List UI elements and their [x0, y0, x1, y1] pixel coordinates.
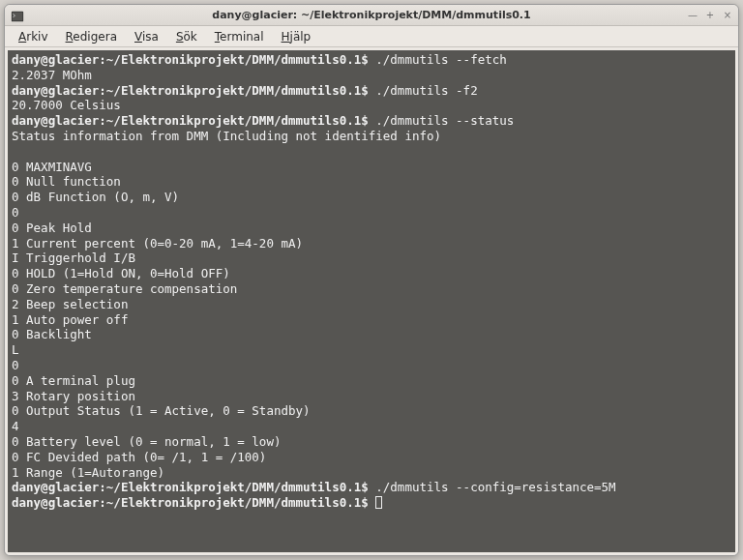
terminal[interactable]: dany@glacier:~/Elektronikprojekt/DMM/dmm…: [8, 50, 735, 552]
output-line: 0 Backlight: [12, 327, 92, 341]
command: ./dmmutils --status: [375, 113, 514, 128]
prompt: dany@glacier:~/Elektronikprojekt/DMM/dmm…: [12, 480, 375, 494]
menu-terminal[interactable]: Terminal: [207, 28, 272, 45]
output-line: 3 Rotary position: [12, 389, 135, 403]
menu-redigera[interactable]: Redigera: [58, 28, 125, 45]
menu-arkiv[interactable]: Arkiv: [11, 28, 56, 45]
output-line: 4: [12, 419, 19, 433]
app-icon: [11, 9, 24, 22]
command: ./dmmutils -f2: [375, 83, 477, 98]
menu-visa[interactable]: Visa: [127, 28, 166, 45]
output-line: 1 Auto power off: [12, 312, 128, 327]
window-controls: — + ×: [686, 8, 734, 21]
window-title: dany@glacier: ~/Elektronikprojekt/DMM/dm…: [212, 9, 530, 21]
titlebar[interactable]: dany@glacier: ~/Elektronikprojekt/DMM/dm…: [5, 5, 738, 26]
prompt: dany@glacier:~/Elektronikprojekt/DMM/dmm…: [12, 495, 375, 510]
prompt: dany@glacier:~/Elektronikprojekt/DMM/dmm…: [12, 52, 375, 67]
output-line: 0 Battery level (0 = normal, 1 = low): [12, 434, 281, 449]
output-line: 0 Peak Hold: [12, 221, 92, 235]
output-line: 0 Zero temperature compensation: [12, 281, 237, 296]
terminal-window: dany@glacier: ~/Elektronikprojekt/DMM/dm…: [4, 4, 739, 556]
output-line: 0 Output Status (1 = Active, 0 = Standby…: [12, 403, 311, 418]
output-line: 0: [12, 358, 19, 372]
menu-hjalp[interactable]: Hjälp: [274, 28, 319, 45]
cursor: [375, 496, 382, 509]
output-line: 2.2037 MOhm: [12, 68, 92, 82]
close-button[interactable]: ×: [721, 8, 734, 21]
menubar: Arkiv Redigera Visa Sök Terminal Hjälp: [5, 26, 738, 47]
output-line: 0: [12, 205, 19, 220]
output-line: 0 MAXMINAVG: [12, 160, 92, 174]
prompt: dany@glacier:~/Elektronikprojekt/DMM/dmm…: [12, 83, 375, 98]
output-line: Status information from DMM (Including n…: [12, 129, 441, 143]
command: ./dmmutils --config=resistance=5M: [375, 480, 615, 494]
output-line: 0 dB Function (O, m, V): [12, 190, 179, 204]
output-line: 0 FC Devided path (0= /1, 1 = /100): [12, 450, 266, 464]
terminal-wrap: dany@glacier:~/Elektronikprojekt/DMM/dmm…: [5, 47, 738, 555]
menu-sok[interactable]: Sök: [168, 28, 205, 45]
output-line: 0 Null function: [12, 174, 121, 189]
output-line: I Triggerhold I/B: [12, 251, 135, 265]
output-line: 2 Beep selection: [12, 297, 128, 311]
maximize-button[interactable]: +: [703, 8, 717, 21]
output-line: 1 Current percent (0=0-20 mA, 1=4-20 mA): [12, 236, 303, 251]
output-line: 1 Range (1=Autorange): [12, 465, 164, 480]
command: ./dmmutils --fetch: [375, 52, 506, 67]
minimize-button[interactable]: —: [686, 8, 699, 21]
output-line: 0 A terminal plug: [12, 373, 135, 388]
prompt: dany@glacier:~/Elektronikprojekt/DMM/dmm…: [12, 113, 375, 128]
output-line: L: [12, 342, 19, 357]
output-line: 0 HOLD (1=Hold ON, 0=Hold OFF): [12, 266, 230, 280]
output-line: 20.7000 Celsius: [12, 98, 121, 112]
